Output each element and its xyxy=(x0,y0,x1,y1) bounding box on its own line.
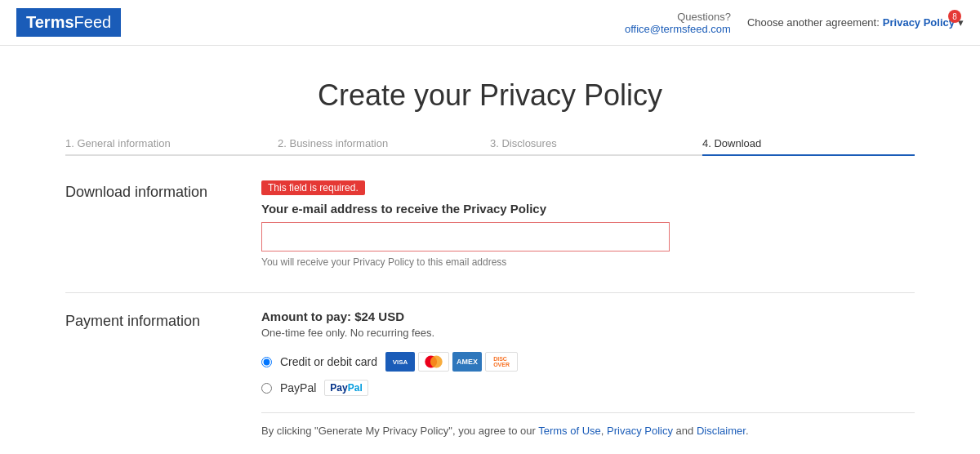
payment-one-time: One-time fee only. No recurring fees. xyxy=(261,327,915,339)
and-text: and xyxy=(676,425,694,437)
step-1: 1. General information xyxy=(65,137,278,156)
logo-terms: Terms xyxy=(26,13,74,32)
discover-icon: DISCOVER xyxy=(485,352,518,372)
step-4: 4. Download xyxy=(702,137,915,156)
choose-agreement-link[interactable]: Privacy Policy xyxy=(883,16,955,29)
email-label: Your e-mail address to receive the Priva… xyxy=(261,202,915,216)
agreement-text: By clicking "Generate My Privacy Policy"… xyxy=(261,412,915,448)
visa-icon: VISA xyxy=(385,352,415,372)
main-content: Create your Privacy Policy 1. General in… xyxy=(41,46,939,454)
payment-option-card: Credit or debit card VISA AMEX DISCOVER xyxy=(261,352,915,372)
amex-icon: AMEX xyxy=(452,352,482,372)
svg-point-1 xyxy=(430,356,443,368)
agreement-badge: 8 xyxy=(948,10,961,23)
card-icons: VISA AMEX DISCOVER xyxy=(385,352,518,372)
paypal-icon: PayPal xyxy=(324,380,368,396)
payment-amount: Amount to pay: $24 USD xyxy=(261,309,915,323)
terms-link[interactable]: Terms of Use xyxy=(538,425,601,437)
step-2-label: 2. Business information xyxy=(278,137,388,149)
step-2: 2. Business information xyxy=(278,137,490,156)
error-badge: This field is required. xyxy=(261,180,365,195)
email-input[interactable] xyxy=(261,222,670,251)
step-3-label: 3. Disclosures xyxy=(490,137,557,149)
payment-label: Payment information xyxy=(65,309,229,454)
paypal-label: PayPal xyxy=(280,381,316,394)
download-label: Download information xyxy=(65,180,229,268)
step-1-label: 1. General information xyxy=(65,137,171,149)
radio-card[interactable] xyxy=(261,357,272,367)
page-title: Create your Privacy Policy xyxy=(65,78,915,113)
card-label: Credit or debit card xyxy=(280,355,377,368)
questions-label: Questions? xyxy=(625,11,731,23)
mastercard-svg xyxy=(422,354,445,370)
payment-option-paypal: PayPal PayPal xyxy=(261,380,915,396)
divider-1 xyxy=(65,292,915,293)
questions-email[interactable]: office@termsfeed.com xyxy=(625,23,731,35)
comma: , xyxy=(601,425,604,437)
logo-feed: Feed xyxy=(74,13,112,32)
choose-wrapper: Privacy Policy 8 xyxy=(883,16,955,29)
choose-label: Choose another agreement: xyxy=(747,16,880,29)
agreement-text-before: By clicking "Generate My Privacy Policy"… xyxy=(261,425,536,437)
logo[interactable]: TermsFeed xyxy=(16,8,121,37)
download-content: This field is required. Your e-mail addr… xyxy=(261,180,915,268)
step-3: 3. Disclosures xyxy=(490,137,702,156)
mastercard-icon xyxy=(418,352,449,372)
radio-paypal[interactable] xyxy=(261,383,272,394)
choose-agreement-block: Choose another agreement: Privacy Policy… xyxy=(747,16,964,29)
steps-bar: 1. General information 2. Business infor… xyxy=(65,137,915,156)
download-section: Download information This field is requi… xyxy=(65,180,915,268)
privacy-link[interactable]: Privacy Policy xyxy=(607,425,673,437)
payment-content: Amount to pay: $24 USD One-time fee only… xyxy=(261,309,915,454)
payment-section: Payment information Amount to pay: $24 U… xyxy=(65,309,915,454)
header: TermsFeed Questions? office@termsfeed.co… xyxy=(0,0,980,46)
step-4-label: 4. Download xyxy=(702,137,761,149)
header-right: Questions? office@termsfeed.com Choose a… xyxy=(625,11,964,35)
questions-block: Questions? office@termsfeed.com xyxy=(625,11,731,35)
period: . xyxy=(746,425,749,437)
disclaimer-link[interactable]: Disclaimer xyxy=(697,425,746,437)
email-hint: You will receive your Privacy Policy to … xyxy=(261,256,915,268)
